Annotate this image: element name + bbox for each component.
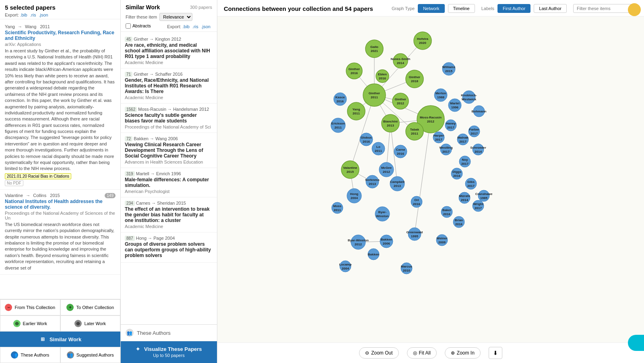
zoom-in-btn[interactable]: ⊕ Zoom In (445, 347, 481, 359)
export-label: Export: (5, 12, 19, 17)
graph-node[interactable]: Cranshawe1985 (475, 190, 493, 201)
middle-paper-item: 234 Carnes → Sheridan 2015 The effect of… (121, 197, 217, 232)
graph-node[interactable]: Malnak2017 (457, 134, 469, 145)
graph-node[interactable]: Campbell2013 (390, 176, 405, 191)
export-json-link[interactable]: .json (39, 12, 48, 17)
abstracts-checkbox[interactable] (126, 23, 131, 29)
mpaper-title[interactable]: Gender, Race/Ethnicity, and National Ins… (125, 77, 213, 94)
graph-node[interactable]: Noy2017 (459, 156, 471, 167)
graph-node[interactable]: Gallo2021 (365, 40, 383, 58)
author2: Collins (33, 193, 46, 198)
graph-node[interactable]: Bianchini2013 (382, 114, 399, 132)
paper-title[interactable]: National Institutes of Health addresses … (5, 199, 116, 210)
graph-node[interactable]: Hong2004 (347, 189, 361, 203)
later-work-btn[interactable]: ⊕ Later Work (60, 315, 121, 332)
graph-node[interactable]: Gibs2017 (465, 178, 477, 189)
graph-node[interactable]: Schroeder2014 (470, 144, 486, 155)
graph-node[interactable]: Baker2016 (441, 206, 452, 218)
graph-node[interactable]: Byar-Winston2012 (348, 235, 369, 249)
year: 2012 (199, 107, 209, 112)
mpaper-title[interactable]: Viewing Clinical Research Career Develop… (125, 142, 213, 159)
author1: Hong (136, 236, 147, 241)
graph-node[interactable]: Wright2017 (473, 200, 484, 212)
graph-node[interactable]: Bakken (368, 249, 380, 260)
graph-node[interactable]: Ginther2012 (392, 93, 409, 109)
graph-node[interactable]: Knobloch-Westwick (461, 91, 477, 104)
timeline-btn[interactable]: Timeline (448, 4, 475, 13)
last-author-btn[interactable]: Last Author (534, 4, 567, 13)
graph-node[interactable]: Ginther2018 (406, 70, 423, 88)
graph-node[interactable]: Ginther2016 (346, 63, 362, 79)
graph-node[interactable]: Farber2017 (469, 126, 480, 137)
fit-all-btn[interactable]: ◎ Fit All (407, 347, 437, 359)
paper-title[interactable]: Scientific Productivity, Research Fundin… (5, 30, 116, 41)
similar-work-btn[interactable]: ⊞ Similar Work (0, 332, 120, 347)
middle-bottom: 👥 These Authors ✦ Visualize These Papers… (121, 324, 217, 363)
graph-node[interactable]: Kasce2016 (334, 93, 347, 106)
download-btn[interactable]: ⬇ (489, 347, 502, 359)
export-json2[interactable]: .json (201, 24, 211, 29)
graph-node[interactable]: Yang2011 (347, 102, 365, 120)
graph-node[interactable]: Hofstra2020 (414, 32, 431, 50)
to-other-collection-btn[interactable]: + To Other Collection (60, 299, 121, 315)
export-ris2[interactable]: .ris (192, 24, 198, 29)
graph-node[interactable]: Nunez-Smith2014 (391, 54, 411, 68)
mpaper-title[interactable]: Science faculty's subtle gender biases f… (125, 112, 213, 124)
earlier-work-btn[interactable]: ⊕ Earlier Work (0, 315, 60, 332)
these-authors-icon: 👥 (11, 351, 18, 359)
from-this-collection-btn[interactable]: − From This Collection (0, 299, 60, 315)
graph-node[interactable]: Erickson2011 (331, 118, 345, 133)
graph-node[interactable]: Diggs2016 (451, 168, 462, 179)
graph-node[interactable]: Brian2016 (453, 216, 464, 228)
chat-bubble[interactable] (628, 335, 644, 351)
graph-node[interactable]: Haney2017 (445, 120, 456, 131)
graph-node[interactable]: Mizrahi2014 (459, 192, 470, 203)
graph-node[interactable]: Ginther2011 (363, 84, 386, 106)
mpaper-title[interactable]: Male-female differences: A computer simu… (125, 177, 213, 188)
paper-nopdf: No PDF (5, 180, 23, 186)
graph-node[interactable]: Westling2017 (439, 144, 452, 155)
svg-point-3 (346, 63, 362, 79)
mpaper-title[interactable]: Groups of diverse problem solvers can ou… (125, 241, 213, 258)
graph-node[interactable]: Martel1996 (448, 99, 461, 112)
graph-node[interactable]: Lo2011 (372, 142, 385, 155)
visualize-btn[interactable]: ✦ Visualize These Papers Up to 50 papers (121, 341, 217, 363)
graph-node[interactable]: Globus2016 (360, 133, 373, 146)
these-authors-middle-btn[interactable]: 👥 These Authors (121, 325, 217, 341)
graph-node[interactable]: Harper2017 (433, 132, 444, 143)
graph-node[interactable]: Greenwald1995 (407, 228, 423, 241)
suggested-authors-btn[interactable]: 👥 Suggested Authors (60, 347, 121, 363)
mpaper-authors: 887 Hong → Page 2004 (125, 236, 213, 241)
graph-node[interactable]: Eblen2016 (376, 70, 389, 83)
graph-node[interactable]: McGee2012 (379, 162, 394, 177)
graph-node[interactable]: Merton1988 (434, 89, 447, 102)
filter-select[interactable]: Relevance Date Citations (159, 13, 192, 21)
mpaper-authors: 319 Martell → Emrich 1996 (125, 171, 213, 176)
graph-node[interactable]: Williams2015 (442, 62, 456, 75)
graph-node[interactable]: Locamp2004 (339, 261, 352, 272)
graph-node[interactable]: Ori2016 (411, 196, 422, 207)
graph-node[interactable]: Weiner2009 (436, 234, 448, 246)
user-avatar[interactable] (628, 3, 641, 16)
graph-node[interactable]: Sorkness2013 (365, 175, 380, 188)
graph-node[interactable]: Bohmann (472, 106, 487, 117)
graph-node[interactable]: Byar-Winston (375, 207, 390, 221)
graph-node[interactable]: Marcus2010 (401, 263, 413, 274)
graph-node[interactable]: Tabak2011 (406, 122, 423, 140)
mpaper-title[interactable]: Are race, ethnicity, and medical school … (125, 42, 213, 59)
graph-node[interactable]: Bakken2006 (380, 235, 393, 248)
graph-area[interactable]: Gallo2021Hofstra2020Nunez-Smith2014Ginth… (217, 17, 644, 342)
first-author-btn[interactable]: First Author (497, 4, 530, 13)
graph-node[interactable]: Moss2011 (332, 202, 343, 214)
network-btn[interactable]: Network (418, 4, 444, 13)
graph-node[interactable]: Valantine2015 (341, 161, 359, 178)
export-bib-link[interactable]: .bib (20, 12, 27, 17)
export-label2: Export: (167, 24, 181, 29)
zoom-out-btn[interactable]: ⊖ Zoom Out (359, 347, 398, 359)
export-bib2[interactable]: .bib (182, 24, 190, 29)
paper-year: 2011 (40, 24, 50, 29)
mpaper-title[interactable]: The effect of an intervention to break t… (125, 206, 213, 223)
these-authors-btn[interactable]: 👥 These Authors (0, 347, 60, 363)
export-ris-link[interactable]: .ris (30, 12, 36, 17)
graph-node[interactable]: Carne2016 (394, 145, 407, 158)
